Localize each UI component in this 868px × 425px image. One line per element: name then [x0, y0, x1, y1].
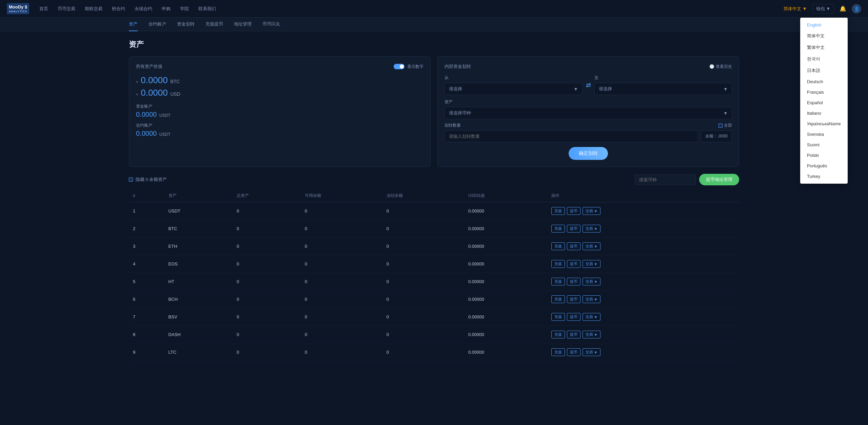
lang-item-english[interactable]: English: [800, 20, 848, 30]
cell-asset: HT: [164, 273, 233, 291]
deposit-button[interactable]: 充值: [551, 331, 565, 338]
col-frozen: 冻结余额: [382, 189, 464, 202]
lang-item-한국어[interactable]: 한국어: [800, 53, 848, 65]
nav-second[interactable]: 秒合约: [112, 6, 125, 12]
logo[interactable]: MooDy $ ANALYTICS: [7, 3, 29, 14]
subnav-transfer[interactable]: 资金划转: [177, 18, 195, 31]
lang-item-français[interactable]: Français: [800, 87, 848, 97]
trade-chevron-icon: ▼: [594, 227, 597, 231]
avatar[interactable]: 👤: [852, 4, 861, 14]
nav-home[interactable]: 首页: [39, 6, 48, 12]
hide-zero-checkbox[interactable]: [129, 178, 133, 182]
trade-button[interactable]: 交易 ▼: [583, 260, 600, 268]
withdraw-button[interactable]: 提币: [567, 207, 580, 215]
cell-actions: 充值 提币 交易 ▼: [547, 220, 739, 238]
deposit-button[interactable]: 充值: [551, 313, 565, 321]
cell-asset: BTC: [164, 220, 233, 238]
nav-links: 首页 币币交易 期权交易 秒合约 永续合约 申购 学院 联系我们: [39, 6, 784, 12]
cell-available: 0: [301, 344, 382, 361]
wallet-button[interactable]: 钱包 ▼: [812, 4, 834, 14]
lang-item-español[interactable]: Español: [800, 97, 848, 108]
lang-item-suomi[interactable]: Suomi: [800, 140, 848, 150]
withdraw-button[interactable]: 提币: [567, 260, 580, 268]
withdraw-button[interactable]: 提币: [567, 295, 580, 303]
swap-icon[interactable]: ⇄: [586, 81, 591, 89]
trade-button[interactable]: 交易 ▼: [583, 295, 600, 303]
cell-usd: 0.00000: [464, 273, 548, 291]
subnav-flash-swap[interactable]: 币币闪兑: [262, 18, 280, 31]
trade-button[interactable]: 交易 ▼: [583, 207, 600, 215]
cell-frozen: 0: [382, 308, 464, 326]
trade-button[interactable]: 交易 ▼: [583, 278, 600, 285]
col-action: 操作: [547, 189, 739, 202]
lang-item-polski[interactable]: Polski: [800, 150, 848, 161]
cell-usd: 0.00000: [464, 308, 548, 326]
withdraw-button[interactable]: 提币: [567, 313, 580, 321]
from-select[interactable]: 请选择 ▼: [445, 83, 583, 95]
nav-spot[interactable]: 币币交易: [58, 6, 75, 12]
nav-options[interactable]: 期权交易: [85, 6, 102, 12]
deposit-button[interactable]: 充值: [551, 295, 565, 303]
show-numbers-toggle[interactable]: [394, 64, 405, 69]
lang-item-українськаname[interactable]: УкраїнськаName: [800, 118, 848, 129]
deposit-button[interactable]: 充值: [551, 348, 565, 356]
usd-unit: USD: [170, 91, 180, 97]
subnav-deposit-withdraw[interactable]: 充值提币: [205, 18, 223, 31]
nav-academy[interactable]: 学院: [180, 6, 189, 12]
all-checkbox[interactable]: 全部: [718, 123, 732, 128]
toggle-row: 显示数字: [394, 64, 423, 70]
lang-item-日本語[interactable]: 日本語: [800, 65, 848, 76]
nav-ipo[interactable]: 申购: [162, 6, 171, 12]
withdraw-button[interactable]: 提币: [567, 278, 580, 285]
lang-item-turkey[interactable]: Turkey: [800, 171, 848, 182]
cell-total: 0: [233, 255, 301, 273]
lang-item-简体中文[interactable]: 简体中文: [800, 30, 848, 42]
deposit-button[interactable]: 充值: [551, 225, 565, 233]
nav-perp[interactable]: 永续合约: [135, 6, 152, 12]
search-input[interactable]: [635, 174, 696, 185]
hide-zero-row: 隐藏 0 余额资产: [129, 177, 167, 183]
cell-usd: 0.00000: [464, 344, 548, 361]
trade-chevron-icon: ▼: [594, 333, 597, 337]
withdraw-button[interactable]: 提币: [567, 225, 580, 233]
deposit-address-button[interactable]: 提币地址管理: [699, 174, 739, 185]
deposit-button[interactable]: 充值: [551, 260, 565, 268]
withdraw-button[interactable]: 提币: [567, 331, 580, 338]
cell-actions: 充值 提币 交易 ▼: [547, 255, 739, 273]
cell-num: 9: [129, 344, 164, 361]
search-deposit-row: 提币地址管理: [635, 174, 739, 185]
history-link[interactable]: 🕐 查看历史: [709, 64, 732, 70]
cell-actions: 充值 提币 交易 ▼: [547, 202, 739, 220]
deposit-button[interactable]: 充值: [551, 242, 565, 250]
deposit-button[interactable]: 充值: [551, 278, 565, 285]
language-button[interactable]: 简体中文 ▼: [784, 6, 807, 12]
lang-item-italiano[interactable]: Italiano: [800, 108, 848, 118]
cell-num: 8: [129, 326, 164, 344]
contract-account-label: 合约账户: [136, 123, 423, 128]
lang-item-繁体中文[interactable]: 繁体中文: [800, 42, 848, 53]
asset-card-title: 所有资产价值: [136, 63, 162, 70]
subnav-assets[interactable]: 资产: [129, 18, 138, 31]
trade-button[interactable]: 交易 ▼: [583, 225, 600, 233]
cell-num: 2: [129, 220, 164, 238]
to-select[interactable]: 请选择 ▼: [594, 83, 732, 95]
nav-contact[interactable]: 联系我们: [198, 6, 216, 12]
deposit-button[interactable]: 充值: [551, 207, 565, 215]
subnav-address[interactable]: 地址管理: [234, 18, 252, 31]
withdraw-button[interactable]: 提币: [567, 348, 580, 356]
trade-button[interactable]: 交易 ▼: [583, 348, 600, 356]
bell-icon[interactable]: 🔔: [840, 5, 846, 12]
confirm-transfer-button[interactable]: 确定划转: [569, 147, 608, 160]
trade-button[interactable]: 交易 ▼: [583, 331, 600, 338]
subnav-contract-account[interactable]: 合约账户: [149, 18, 166, 31]
lang-item-deutsch[interactable]: Deutsch: [800, 76, 848, 87]
lang-item-português[interactable]: Português: [800, 161, 848, 171]
cell-frozen: 0: [382, 220, 464, 238]
trade-button[interactable]: 交易 ▼: [583, 242, 600, 250]
cell-total: 0: [233, 273, 301, 291]
trade-button[interactable]: 交易 ▼: [583, 313, 600, 321]
asset-select[interactable]: 请选择币种 ▼: [445, 107, 732, 119]
withdraw-button[interactable]: 提币: [567, 242, 580, 250]
lang-item-svenska[interactable]: Svenska: [800, 129, 848, 140]
amount-input[interactable]: [445, 130, 698, 142]
